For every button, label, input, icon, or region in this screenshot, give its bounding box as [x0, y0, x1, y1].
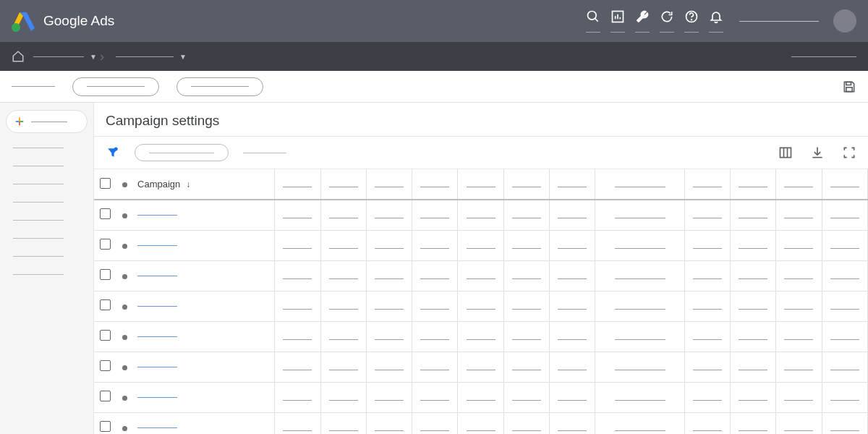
sidebar-item[interactable] [13, 184, 64, 184]
download-icon[interactable] [810, 145, 825, 160]
campaign-link[interactable] [133, 260, 275, 291]
column-header[interactable] [776, 169, 822, 200]
breadcrumb-segment-2[interactable]: ▼ [116, 53, 187, 61]
help-icon[interactable] [683, 9, 700, 33]
cell [275, 382, 320, 412]
expand-icon[interactable] [842, 145, 856, 160]
column-header[interactable] [503, 169, 549, 200]
sidebar-item[interactable] [13, 166, 64, 166]
sidebar-item[interactable] [13, 202, 64, 203]
row-status [117, 382, 133, 412]
campaign-link[interactable] [133, 412, 275, 434]
tools-icon[interactable] [634, 9, 651, 33]
notifications-icon[interactable] [707, 9, 725, 33]
campaign-link[interactable] [133, 230, 275, 260]
column-header[interactable] [595, 169, 685, 200]
table-row [94, 382, 868, 412]
cell [320, 230, 366, 260]
sidebar-item[interactable] [13, 220, 64, 221]
sidebar-item[interactable] [13, 274, 64, 275]
cell [822, 412, 867, 434]
column-header[interactable] [549, 169, 595, 200]
toolbar-item[interactable] [12, 86, 55, 87]
cell [458, 291, 503, 321]
campaign-header[interactable]: Campaign ↓ [133, 169, 275, 200]
row-checkbox[interactable] [94, 260, 117, 291]
cell [503, 200, 549, 230]
sidebar-item[interactable] [13, 148, 64, 148]
column-header[interactable] [458, 169, 503, 200]
column-header[interactable] [412, 169, 458, 200]
cell [366, 260, 412, 291]
row-checkbox[interactable] [94, 352, 117, 382]
cell [458, 260, 503, 291]
cell [549, 321, 595, 352]
cell [731, 382, 776, 412]
row-checkbox[interactable] [94, 412, 117, 434]
content: Campaign settings [94, 103, 868, 434]
column-header[interactable] [822, 169, 867, 200]
refresh-icon[interactable] [658, 9, 676, 33]
account-label[interactable] [739, 21, 819, 22]
cell [684, 260, 730, 291]
column-header[interactable] [366, 169, 412, 200]
campaign-link[interactable] [133, 382, 275, 412]
row-checkbox[interactable] [94, 321, 117, 352]
toolbar-pill-2[interactable] [176, 77, 263, 96]
columns-icon[interactable] [778, 145, 793, 160]
row-status [117, 260, 133, 291]
cell [595, 230, 685, 260]
cell [366, 230, 412, 260]
column-header[interactable] [684, 169, 730, 200]
cell [275, 260, 320, 291]
reports-icon[interactable] [609, 9, 626, 33]
cell [275, 412, 320, 434]
cell [366, 412, 412, 434]
campaign-link[interactable] [133, 291, 275, 321]
toolbar-pill-1[interactable] [72, 77, 159, 96]
column-header[interactable] [320, 169, 366, 200]
select-all-header[interactable] [94, 169, 117, 200]
sidebar-item[interactable] [13, 256, 64, 257]
cell [458, 382, 503, 412]
cell [595, 382, 685, 412]
column-header[interactable] [731, 169, 776, 200]
cell [822, 230, 867, 260]
filter-text[interactable] [243, 153, 286, 153]
home-icon[interactable] [12, 50, 25, 63]
search-icon[interactable] [584, 9, 602, 33]
row-status [117, 352, 133, 382]
svg-rect-16 [780, 148, 791, 157]
main: Campaign settings [0, 103, 868, 434]
breadcrumb-segment-1[interactable]: ▼ [33, 53, 97, 61]
cell [412, 382, 458, 412]
cell [320, 291, 366, 321]
filter-icon[interactable] [106, 145, 120, 160]
campaign-link[interactable] [133, 200, 275, 230]
create-button[interactable] [6, 110, 88, 133]
table-row [94, 352, 868, 382]
cell [320, 352, 366, 382]
cell [275, 352, 320, 382]
campaign-link[interactable] [133, 352, 275, 382]
avatar[interactable] [833, 9, 856, 33]
breadcrumb-right-label[interactable] [791, 56, 856, 57]
row-checkbox[interactable] [94, 382, 117, 412]
cell [549, 200, 595, 230]
cell [684, 230, 730, 260]
cell [412, 230, 458, 260]
row-checkbox[interactable] [94, 291, 117, 321]
filter-pill[interactable] [135, 144, 229, 161]
cell [776, 321, 822, 352]
cell [366, 352, 412, 382]
cell [275, 200, 320, 230]
column-header[interactable] [275, 169, 320, 200]
cell [822, 382, 867, 412]
row-checkbox[interactable] [94, 200, 117, 230]
campaign-link[interactable] [133, 321, 275, 352]
row-checkbox[interactable] [94, 230, 117, 260]
cell [503, 230, 549, 260]
sidebar-item[interactable] [13, 238, 64, 239]
cell [320, 200, 366, 230]
save-icon[interactable] [842, 80, 856, 94]
